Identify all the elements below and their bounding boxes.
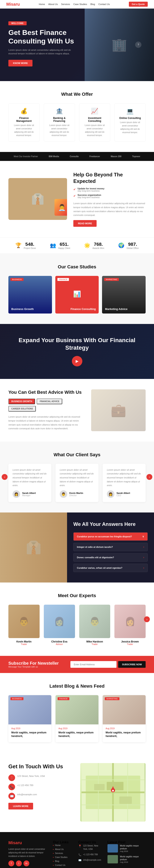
subscribe-form: SUBSCRIBE NOW xyxy=(70,661,146,668)
navigation: Misaru Home About Us Services Case Studi… xyxy=(0,0,154,8)
blog-img-2: MARKETING xyxy=(103,695,146,724)
team-name-3: Jessica Brown xyxy=(114,640,146,643)
hero-circle-icon: ? xyxy=(135,41,142,48)
footer-email-icon: ✉️ xyxy=(78,859,81,862)
case-card-0[interactable]: BUSINESS Business Growth xyxy=(8,276,52,313)
play-button[interactable]: ▶ xyxy=(72,356,82,366)
testimonial-next-button[interactable]: › xyxy=(147,474,152,480)
footer-post-0: Morbi sagittis neque pretium Aug 2019 xyxy=(107,844,146,852)
footer-about-col: Misaru Lorem ipsum dolor sit amet consec… xyxy=(8,840,47,868)
contact-learn-more-button[interactable]: LEARN MORE xyxy=(8,803,33,809)
testimonials-grid: Lorem ipsum dolor sit amet consectetur a… xyxy=(8,464,146,502)
footer-link-contact[interactable]: Contact Us xyxy=(53,864,72,866)
hero-cta-button[interactable]: KNOW MORE xyxy=(8,60,32,66)
footer-link-about[interactable]: About Us xyxy=(53,848,72,850)
contact-phone-text: +1 123 456 789 xyxy=(17,783,33,787)
nav-blog[interactable]: Blog xyxy=(90,3,95,5)
footer-link-blog[interactable]: Blog xyxy=(53,860,72,862)
blog-title: Latest Blog & News Feed xyxy=(8,683,146,689)
faq-chevron-3: › xyxy=(143,566,144,569)
strategy-section: Expand Your Business With Our Financial … xyxy=(0,324,154,379)
partner-ibm: IBM Media xyxy=(49,155,59,158)
offer-grid: 💰 Finance Management Lorem ipsum dolor s… xyxy=(8,103,146,142)
nav-cta-button[interactable]: Get a Quote xyxy=(129,2,148,7)
team-card-1: 👩 Christine Eva Advisor xyxy=(44,604,75,645)
case-label-2: Marketing Advice xyxy=(105,307,127,311)
subscribe-button[interactable]: SUBSCRIBE NOW xyxy=(118,661,146,668)
faq-question-3[interactable]: Curabitur varius, orhan sit amet egestas… xyxy=(74,564,148,572)
faq-question-2[interactable]: Donec convallis elit ut dignissim? › xyxy=(74,553,148,561)
online-icon: 💻 xyxy=(118,107,143,115)
team-role-3: Trader xyxy=(114,643,146,645)
advice-tab-financial[interactable]: FINANCIAL ADVICE xyxy=(37,399,62,404)
footer-link-services[interactable]: Services xyxy=(53,852,72,855)
help-headline: Help Go Beyond The Expected xyxy=(73,172,146,184)
office-icon: 🌍 xyxy=(118,243,125,248)
contact-info: 📍 123 Street, New York, USA 📞 +1 123 456… xyxy=(8,774,74,800)
contact-address: 📍 123 Street, New York, USA xyxy=(8,774,74,781)
map-svg xyxy=(80,763,146,822)
footer-social-fb[interactable]: f xyxy=(8,861,14,866)
partner-label: Meet Our Investor Partner xyxy=(14,155,38,158)
testimonials-section: ‹ What Our Client Says Lorem ipsum dolor… xyxy=(0,442,154,513)
contact-email: ✉️ info@example.com xyxy=(8,793,74,800)
contact-section: Get In Touch With Us 📍 123 Street, New Y… xyxy=(0,753,154,832)
footer-links-col: Our Links Home About Us Services Case St… xyxy=(53,840,72,868)
nav-about[interactable]: About Us xyxy=(48,3,58,5)
testi-role-2: CEO xyxy=(117,494,130,497)
team-next-button[interactable]: › xyxy=(144,616,150,622)
contact-title: Get In Touch With Us xyxy=(8,763,74,770)
testimonial-prev-button[interactable]: ‹ xyxy=(2,474,7,480)
nav-home[interactable]: Home xyxy=(39,3,45,5)
help-description: Lorem ipsum dolor sit amet consectetur a… xyxy=(73,202,146,217)
testi-card-0: Lorem ipsum dolor sit amet consectetur a… xyxy=(8,464,51,502)
footer-link-case[interactable]: Case Studies xyxy=(53,856,72,858)
email-icon: ✉️ xyxy=(8,793,15,800)
blog-img-0: BUSINESS xyxy=(8,695,51,724)
footer-social-in[interactable]: in xyxy=(23,861,29,866)
subscribe-email-input[interactable] xyxy=(70,661,117,668)
testi-name-2: Sarah Albert xyxy=(117,492,130,494)
faq-item-0: Curabitur purus ex accumsan leo fringila… xyxy=(73,532,148,541)
offer-card-banking: 🏦 Banking & Financing Lorem ipsum dolor … xyxy=(44,103,75,142)
testi-author-2: 👩 Sarah Albert CEO xyxy=(107,490,142,498)
footer-contact-col: Contact Us 📍 123 Street, New York, USA 📞… xyxy=(78,840,101,868)
footer-social-tw[interactable]: t xyxy=(16,861,22,866)
case-card-2[interactable]: MARKETING Marketing Advice xyxy=(102,276,146,313)
nav-contact[interactable]: Contact Us xyxy=(98,3,109,5)
advice-tab-business[interactable]: BUSINESS GROWTH xyxy=(8,399,35,404)
team-section: Meet Our Experts 👨 Kevin Martin Trader 👩… xyxy=(0,583,154,656)
advice-tab-career[interactable]: CAREER SOLUTIONS xyxy=(8,406,36,411)
case-tag-1: FINANCE xyxy=(57,278,69,281)
check-sub-2: stay long-term business xyxy=(78,196,101,198)
case-studies-section: Our Case Studies BUSINESS Business Growt… xyxy=(0,254,154,324)
stat-num-3: 987. xyxy=(127,242,139,247)
check-text-1: Update for invest money xyxy=(78,187,104,190)
help-section: 👔 👨‍💼 Help Go Beyond The Expected ✔ Upda… xyxy=(0,161,154,237)
faq-question-1[interactable]: Integer et odio at dictum iaculis? › xyxy=(74,543,148,551)
testi-avatar-2: 👩 xyxy=(107,490,114,498)
footer-link-home[interactable]: Home xyxy=(53,844,72,846)
help-read-more-button[interactable]: READ MORE xyxy=(73,220,97,227)
logo[interactable]: Misaru xyxy=(6,2,20,7)
testi-text-2: Lorem ipsum dolor sit amet consectetur a… xyxy=(107,468,142,487)
faq-chevron-2: › xyxy=(143,556,144,559)
stat-num-0: 548. xyxy=(24,242,36,247)
finance-icon: 💰 xyxy=(11,107,36,115)
svg-rect-8 xyxy=(94,784,105,790)
nav-services[interactable]: Services xyxy=(61,3,70,5)
faq-question-0[interactable]: Curabitur purus ex accumsan leo fringila… xyxy=(74,532,148,540)
case-card-1[interactable]: 📊 FINANCE Finance Consulting xyxy=(55,276,99,313)
blog-card-0[interactable]: BUSINESS Aug 2019 Morbi sagittis, neque … xyxy=(8,695,51,742)
case-grid: BUSINESS Business Growth 📊 FINANCE Finan… xyxy=(8,276,146,313)
blog-card-1[interactable]: FINANCE Aug 2019 Morbi sagittis, neque p… xyxy=(55,695,99,742)
check-text-2: Success organization xyxy=(78,194,101,196)
blog-card-2[interactable]: MARKETING Aug 2019 Morbi sagittis, neque… xyxy=(103,695,146,742)
offer-investment-title: Investment Consulting xyxy=(82,117,107,122)
footer-latest-title: Latest Post xyxy=(107,840,146,844)
team-title: Meet Our Experts xyxy=(8,593,146,598)
case-label-1: Finance Consulting xyxy=(71,307,96,311)
blog-post-title-2: Morbi sagittis, neque pretium hendrerit, xyxy=(106,731,143,738)
subscribe-subtitle: Message Your Template with us xyxy=(8,666,59,668)
nav-case[interactable]: Case Studies xyxy=(73,3,87,5)
